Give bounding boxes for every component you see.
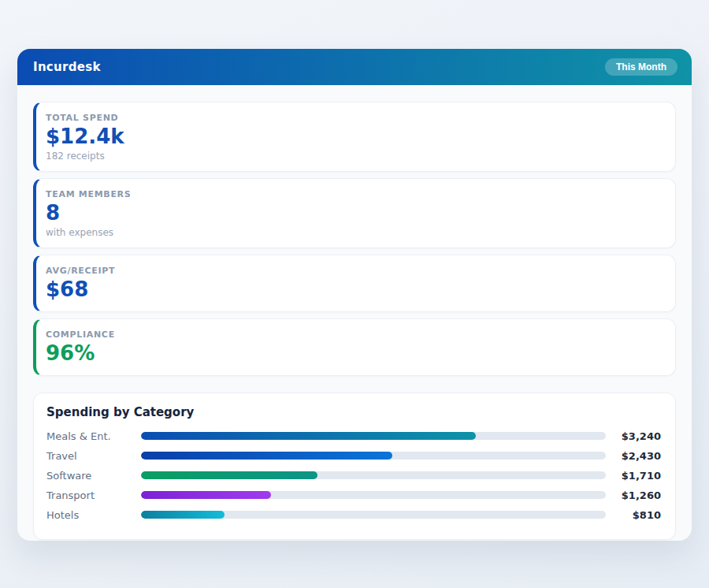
bar-track bbox=[141, 432, 606, 440]
chart-row-transport: Transport $1,260 bbox=[46, 486, 661, 505]
bar-fill-travel bbox=[141, 452, 392, 460]
spending-by-category-chart: Spending by Category Meals & Ent. $3,240… bbox=[33, 393, 676, 540]
bar-fill-hotels bbox=[141, 511, 225, 519]
dashboard-content: TOTAL SPEND $12.4k 182 receipts TEAM MEM… bbox=[17, 85, 692, 541]
stat-value: $68 bbox=[46, 278, 663, 302]
incurdesk-app-window: Incurdesk This Month TOTAL SPEND $12.4k … bbox=[17, 49, 692, 541]
bar-value: $1,260 bbox=[606, 489, 661, 501]
period-selector-badge[interactable]: This Month bbox=[605, 58, 677, 76]
stat-card-total-spend: TOTAL SPEND $12.4k 182 receipts bbox=[33, 102, 676, 172]
stat-value: $12.4k bbox=[46, 125, 663, 149]
app-header: Incurdesk This Month bbox=[17, 49, 692, 85]
chart-row-software: Software $1,710 bbox=[46, 466, 661, 486]
chart-row-travel: Travel $2,430 bbox=[46, 446, 661, 466]
bar-fill-transport bbox=[141, 491, 271, 499]
stat-sublabel: 182 receipts bbox=[46, 151, 663, 162]
chart-title: Spending by Category bbox=[46, 405, 661, 419]
bar-track bbox=[141, 491, 606, 499]
category-label: Transport bbox=[46, 489, 141, 501]
stat-label: COMPLIANCE bbox=[46, 329, 663, 340]
bar-value: $810 bbox=[606, 509, 661, 521]
stat-label: AVG/RECEIPT bbox=[46, 266, 663, 276]
bar-fill-software bbox=[141, 471, 317, 479]
bar-value: $1,710 bbox=[606, 470, 661, 482]
stat-card-avg-receipt: AVG/RECEIPT $68 bbox=[33, 255, 676, 312]
stat-card-compliance: COMPLIANCE 96% bbox=[33, 318, 676, 376]
chart-row-hotels: Hotels $810 bbox=[46, 505, 661, 525]
bar-value: $2,430 bbox=[606, 450, 661, 462]
bar-track bbox=[141, 511, 606, 519]
chart-row-meals: Meals & Ent. $3,240 bbox=[46, 426, 661, 446]
stat-label: TOTAL SPEND bbox=[46, 113, 663, 123]
stat-card-team-members: TEAM MEMBERS 8 with expenses bbox=[33, 178, 676, 248]
stat-label: TEAM MEMBERS bbox=[46, 189, 663, 199]
app-title: Incurdesk bbox=[33, 60, 101, 74]
bar-track bbox=[141, 452, 606, 460]
bar-value: $3,240 bbox=[606, 430, 661, 442]
category-label: Hotels bbox=[46, 509, 141, 521]
category-label: Software bbox=[46, 470, 141, 482]
category-label: Meals & Ent. bbox=[46, 430, 141, 442]
bar-fill-meals bbox=[141, 432, 476, 440]
stat-sublabel: with expenses bbox=[46, 227, 663, 238]
stat-value: 8 bbox=[46, 202, 663, 225]
stat-value: 96% bbox=[46, 342, 663, 366]
bar-track bbox=[141, 471, 606, 479]
category-label: Travel bbox=[46, 450, 141, 462]
